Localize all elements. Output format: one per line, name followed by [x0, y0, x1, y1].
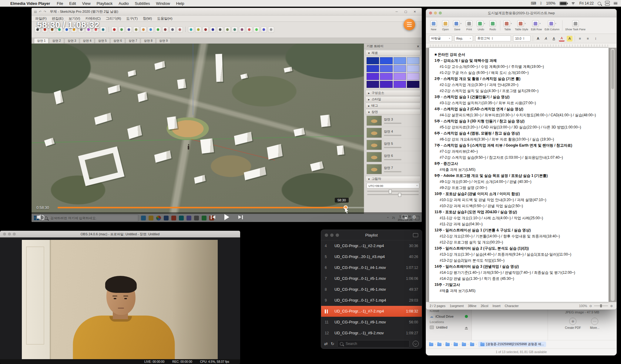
save-button[interactable]: ▾Save: [453, 20, 462, 31]
notification-center-icon[interactable]: [614, 2, 617, 5]
obs-title-bar[interactable]: OBS 24.0.6 (mac) - 프로파일: Untitled - 장면: …: [0, 231, 240, 237]
scene-tab-1[interactable]: 장면 1: [34, 38, 49, 43]
shuffle-icon[interactable]: ⇄: [324, 341, 328, 346]
menu-audio[interactable]: Audio: [119, 1, 129, 6]
color-swatch[interactable]: [407, 57, 419, 64]
tool-icon[interactable]: [253, 27, 260, 33]
scene-tab-2[interactable]: 장면 2: [49, 38, 64, 43]
status-insert-mode[interactable]: Insert: [492, 304, 500, 308]
tool-icon[interactable]: [100, 27, 106, 33]
scene-list-item[interactable]: 장면 5: [364, 139, 422, 151]
tool-icon[interactable]: [148, 27, 154, 33]
repeat-icon[interactable]: ↻: [331, 341, 334, 346]
settings-gear-icon[interactable]: ⚙: [412, 214, 416, 220]
minimize-button[interactable]: [434, 12, 437, 15]
sk-menu-window[interactable]: 창(W): [143, 16, 152, 21]
control-center-icon[interactable]: [605, 1, 610, 6]
playlist-row-playing[interactable]: UD_CG-Progr...-1)_#7-2.mp41:08:32: [321, 306, 422, 317]
seek-bar[interactable]: [58, 207, 364, 208]
sk-menu-help[interactable]: 도움말(H): [157, 16, 172, 21]
align-center-button[interactable]: ≡: [585, 36, 591, 41]
color-swatch[interactable]: [394, 57, 406, 64]
tool-icon[interactable]: [224, 27, 230, 33]
tool-icon[interactable]: [203, 27, 209, 33]
color-swatch[interactable]: [380, 73, 392, 80]
size-stepper[interactable]: ▲▼: [523, 37, 524, 40]
folder-icon[interactable]: [445, 343, 450, 346]
sidebar-item-untitled[interactable]: Untitled: [426, 325, 472, 330]
sketchup-viewport[interactable]: [32, 44, 364, 214]
print-button[interactable]: Print: [465, 20, 474, 31]
tool-icon[interactable]: [155, 27, 161, 33]
folder-icon[interactable]: [454, 343, 458, 346]
menu-subtitles[interactable]: Subtitles: [135, 1, 150, 6]
tool-icon[interactable]: [232, 27, 238, 33]
color-swatch[interactable]: [407, 65, 419, 72]
font-stepper[interactable]: ▲▼: [492, 37, 493, 40]
document-page[interactable]: ■ 온라인 강의 순서 1주 - 강의소개 / 실습 및 재택수업 과제 #1-…: [429, 48, 609, 302]
tool-icon[interactable]: [162, 27, 168, 33]
tool-icon[interactable]: [217, 27, 223, 33]
playlist-options-icon[interactable]: [413, 341, 419, 347]
wifi-icon[interactable]: [571, 2, 576, 5]
scene-list-item[interactable]: 장면 7: [364, 163, 422, 175]
shadow-time-slider[interactable]: [364, 190, 422, 193]
sk-menu-tools[interactable]: 도구(T): [126, 16, 138, 21]
volume-icon[interactable]: [37, 216, 40, 219]
italic-button[interactable]: A: [543, 36, 549, 41]
minimize-button[interactable]: ─: [392, 8, 401, 15]
close-button[interactable]: [429, 12, 432, 15]
folder-icon[interactable]: [437, 343, 441, 346]
playlist-row[interactable]: 9UD_CG-Progr...0-1)_#7-1.mp429:03: [321, 295, 422, 306]
color-swatch[interactable]: [367, 81, 379, 88]
zoom-slider[interactable]: [594, 306, 608, 306]
color-swatch[interactable]: [407, 73, 419, 80]
tray-section-materials[interactable]: ▾재료: [365, 50, 421, 56]
show-task-pane-button[interactable]: Show Task Pane: [565, 20, 586, 31]
tool-icon[interactable]: [126, 27, 132, 33]
color-swatch[interactable]: [367, 65, 379, 72]
tool-icon[interactable]: [170, 27, 176, 33]
close-button[interactable]: ✕: [410, 8, 419, 15]
tool-icon[interactable]: [195, 27, 201, 33]
tray-section-components[interactable]: ▸구성요소: [365, 90, 421, 96]
zoom-out-icon[interactable]: ⊖: [589, 304, 592, 308]
playlist-row[interactable]: 4UD_CG-Progr...-1)_#2-2.mp430:36: [321, 240, 422, 251]
playlist-row[interactable]: 5UD_CG-Progr...20-1)_#3.mp440:26: [321, 251, 422, 262]
spotlight-icon[interactable]: [598, 2, 601, 5]
tray-section-tags[interactable]: ▸태그: [365, 103, 421, 108]
playlist-row[interactable]: 11UD_CG-Progr...0-1)_#9-1.mov56:00: [321, 317, 422, 328]
sketchup-title-bar[interactable]: ▤↶↷ 무제 - SketchUp Pro 2020 (평가판 2일 남음) ─…: [32, 8, 422, 15]
next-button[interactable]: [238, 215, 243, 219]
bluetooth-icon[interactable]: ᛒ: [540, 1, 542, 5]
tool-icon[interactable]: [246, 27, 252, 33]
playlist-row[interactable]: 7UD_CG-Progr...0-1)_#5-1.mov1:06:06: [321, 273, 422, 284]
color-swatch[interactable]: [380, 81, 392, 88]
font-color-button[interactable]: A: [559, 36, 565, 41]
play-button[interactable]: [224, 214, 229, 220]
zoom-slider-knob[interactable]: [600, 304, 602, 307]
scene-list-item[interactable]: 장면 4: [364, 127, 422, 139]
color-swatch[interactable]: [407, 81, 419, 88]
zoom-button[interactable]: [439, 12, 442, 15]
scene-tab-7[interactable]: 장면 7: [126, 38, 140, 43]
webcam-preview[interactable]: [22, 240, 218, 359]
zoom-button[interactable]: [13, 233, 16, 236]
table-button[interactable]: ▾Table: [503, 20, 512, 31]
scene-tab-9[interactable]: 장면 9: [156, 38, 171, 43]
playlist-search-input[interactable]: [345, 341, 407, 346]
tool-icon[interactable]: [188, 27, 194, 33]
finder-file-area[interactable]: [472, 307, 548, 340]
font-size-dropdown[interactable]: 10.0▲▼: [513, 35, 531, 41]
menu-window[interactable]: Window: [156, 1, 170, 6]
redo-icon[interactable]: ↷: [44, 10, 46, 13]
hwp-document-area[interactable]: ■ 온라인 강의 순서 1주 - 강의소개 / 실습 및 재택수업 과제 #1-…: [426, 48, 616, 302]
tray-section-scenes[interactable]: ▾장면: [365, 109, 421, 115]
edit-row-button[interactable]: ▾Edit Row: [531, 20, 542, 31]
scene-tab-5[interactable]: 장면 5: [95, 38, 109, 43]
zoom-in-icon[interactable]: ⊕: [610, 304, 613, 308]
color-swatch[interactable]: [394, 81, 406, 88]
scene-tab-8[interactable]: 장면 8: [141, 38, 155, 43]
eject-icon[interactable]: [465, 327, 468, 328]
table-style-button[interactable]: ▾Table Style: [515, 20, 528, 31]
